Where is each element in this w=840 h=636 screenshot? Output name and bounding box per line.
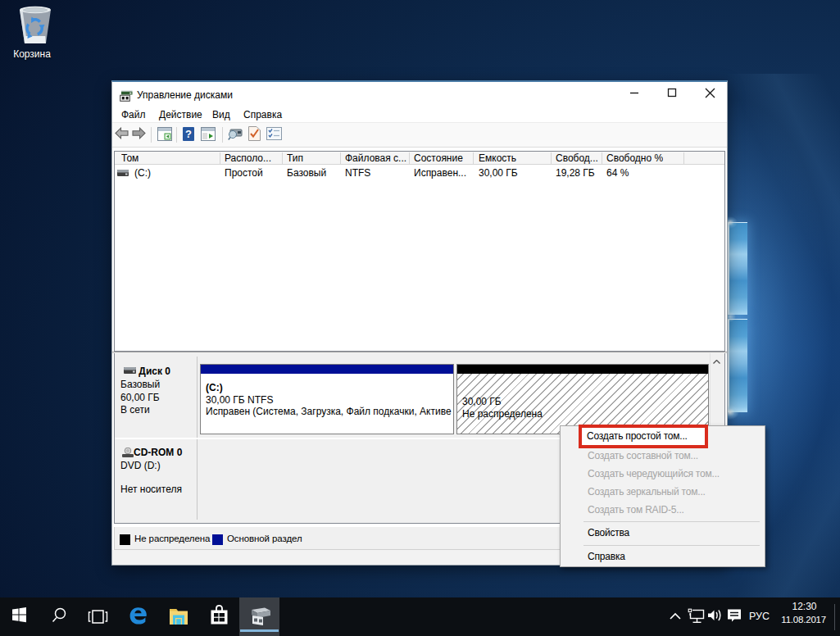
svg-text:?: ? [185,128,192,140]
